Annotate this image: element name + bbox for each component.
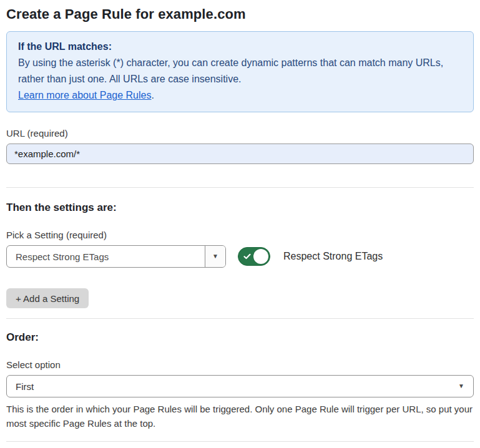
info-box-link-line: Learn more about Page Rules. xyxy=(18,87,462,104)
setting-dropdown[interactable]: Respect Strong ETags ▼ xyxy=(6,245,226,268)
learn-more-page-rules-link[interactable]: Learn more about Page Rules xyxy=(18,90,151,100)
section-divider xyxy=(6,441,474,442)
section-divider xyxy=(6,187,474,188)
toggle-label: Respect Strong ETags xyxy=(283,251,383,262)
order-select-value: First xyxy=(16,381,34,392)
link-period: . xyxy=(151,90,154,100)
setting-dropdown-value: Respect Strong ETags xyxy=(7,246,205,267)
url-label: URL (required) xyxy=(6,128,474,139)
etags-toggle-switch[interactable] xyxy=(238,247,270,266)
order-help-text: This is the order in which your Page Rul… xyxy=(6,402,474,431)
add-setting-button[interactable]: + Add a Setting xyxy=(6,288,89,308)
chevron-down-icon: ▼ xyxy=(212,253,218,260)
check-icon xyxy=(243,253,251,260)
settings-section-heading: Then the settings are: xyxy=(6,202,474,214)
setting-row: Respect Strong ETags ▼ Respect Strong ET… xyxy=(6,245,474,268)
toggle-knob xyxy=(253,249,268,264)
url-matches-info-box: If the URL matches: By using the asteris… xyxy=(6,31,474,112)
chevron-down-icon: ▼ xyxy=(458,383,464,389)
info-box-heading: If the URL matches: xyxy=(18,39,462,55)
order-section-heading: Order: xyxy=(6,331,474,344)
create-page-rule-form: Create a Page Rule for example.com If th… xyxy=(0,0,480,448)
info-box-body: By using the asterisk (*) character, you… xyxy=(18,55,462,87)
order-select[interactable]: First ▼ xyxy=(6,375,474,397)
page-title: Create a Page Rule for example.com xyxy=(6,6,474,22)
select-option-label: Select option xyxy=(6,359,474,370)
toggle-group: Respect Strong ETags xyxy=(238,247,383,266)
pick-setting-label: Pick a Setting (required) xyxy=(6,230,474,240)
setting-dropdown-arrow-button[interactable]: ▼ xyxy=(205,246,225,267)
section-divider xyxy=(6,318,474,319)
url-input[interactable] xyxy=(6,144,474,164)
